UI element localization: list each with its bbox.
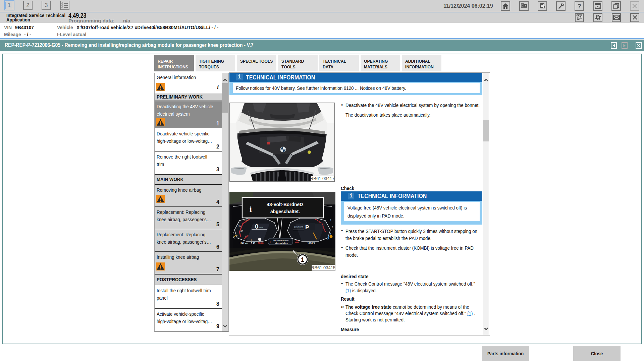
svg-text:60: 60	[238, 225, 241, 227]
svg-text:COMFORT: COMFORT	[294, 226, 303, 228]
svg-text:3: 3	[330, 219, 331, 221]
svg-text:P: P	[305, 224, 309, 231]
svg-text:1: 1	[301, 256, 304, 263]
svg-text:℃: ℃	[313, 242, 315, 244]
svg-text:RB61 03417: RB61 03417	[310, 176, 334, 181]
svg-text:888 8: 888 8	[258, 242, 264, 244]
svg-text:1: 1	[330, 233, 331, 235]
svg-text:+24.5: +24.5	[307, 242, 313, 244]
svg-text:2: 2	[332, 226, 333, 228]
svg-text:48-Volt-Bordnetz: 48-Volt-Bordnetz	[273, 239, 289, 241]
svg-text:TRIP: TRIP	[303, 241, 306, 242]
svg-text:0: 0	[255, 223, 259, 230]
svg-text:abgeschaltet.: abgeschaltet.	[270, 208, 300, 214]
svg-text:RB61 03415: RB61 03415	[311, 265, 335, 270]
svg-text:i: i	[250, 205, 252, 214]
svg-text:40: 40	[240, 230, 243, 232]
svg-text:100: 100	[244, 219, 248, 222]
svg-text:?: ?	[577, 3, 581, 10]
svg-text:abgeschaltet.: abgeschaltet.	[275, 242, 288, 244]
svg-text:+142: +142	[239, 242, 245, 244]
svg-text:km/h: km/h	[259, 227, 263, 229]
svg-text:km: km	[245, 242, 248, 244]
svg-text:48-Volt-Bordnetz: 48-Volt-Bordnetz	[267, 201, 303, 207]
svg-text:8:49: 8:49	[251, 242, 255, 244]
